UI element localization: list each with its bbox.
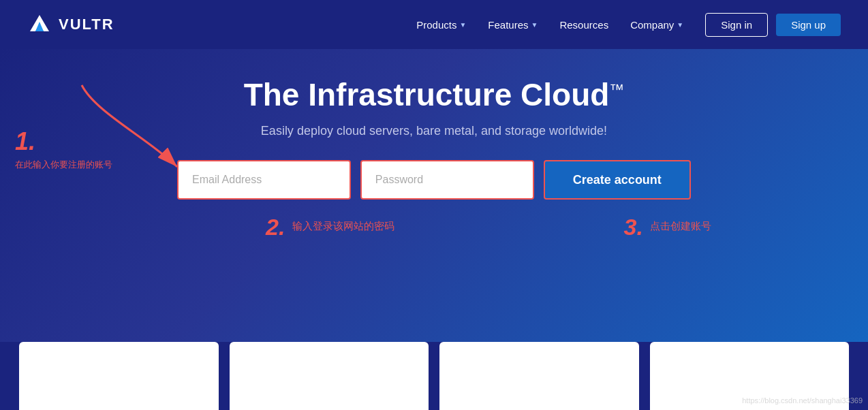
step2-number: 2. [266,214,285,240]
nav-features-label: Features [488,19,528,31]
products-chevron-icon: ▼ [459,21,466,29]
nav-products[interactable]: Products ▼ [408,14,474,36]
hero-title: The Infrastructure Cloud™ [244,76,625,113]
hero-subtitle: Easily deploy cloud servers, bare metal,… [261,124,607,138]
email-input[interactable] [177,160,351,200]
cards-row [0,342,868,410]
card-2 [230,342,429,410]
hero-section: The Infrastructure Cloud™ Easily deploy … [0,49,868,342]
nav-resources[interactable]: Resources [551,14,617,36]
card-4 [650,342,850,410]
logo-area: VULTR [27,12,114,37]
features-chevron-icon: ▼ [531,21,538,29]
nav-resources-label: Resources [559,19,608,31]
signup-form: Create account [177,160,691,200]
logo-text: VULTR [59,16,114,33]
card-1 [19,342,219,410]
company-chevron-icon: ▼ [677,21,683,29]
nav-links: Products ▼ Features ▼ Resources Company … [408,14,692,36]
annotation-step2: 2. 输入登录该网站的密码 [266,214,394,240]
nav-company-label: Company [630,19,674,31]
signup-button[interactable]: Sign up [776,14,841,36]
nav-company[interactable]: Company ▼ [622,14,692,36]
create-account-button[interactable]: Create account [544,160,691,200]
step3-text: 点击创建账号 [650,220,711,232]
nav-products-label: Products [416,19,456,31]
nav-features[interactable]: Features ▼ [480,14,546,36]
hero-wrapper: The Infrastructure Cloud™ Easily deploy … [0,49,868,342]
card-3 [439,342,639,410]
password-input[interactable] [360,160,534,200]
form-container: Create account 2. 输入登录该网站的密码 3. 点击创建账号 [177,160,691,200]
vultr-logo-icon [27,12,52,37]
step3-number: 3. [623,214,642,240]
step2-text: 输入登录该网站的密码 [292,220,394,232]
nav-buttons: Sign in Sign up [705,13,841,37]
annotation-step3: 3. 点击创建账号 [623,214,711,240]
signin-button[interactable]: Sign in [705,13,768,37]
navbar: VULTR Products ▼ Features ▼ Resources Co… [0,0,868,49]
